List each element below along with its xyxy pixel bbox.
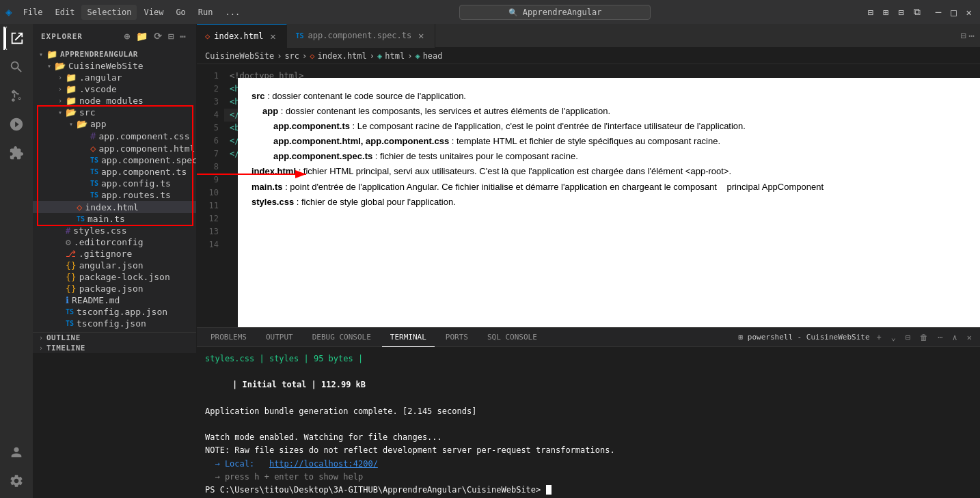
tree-item-editorconfig[interactable]: ⚙ .editorconfig <box>33 236 196 248</box>
terminal-output[interactable]: styles.css | styles | 95 bytes | | Initi… <box>197 347 980 498</box>
tree-outline[interactable]: › OUTLINE <box>33 332 196 343</box>
tree-item-package-lock-json[interactable]: {} package-lock.json <box>33 271 196 283</box>
activity-settings-icon[interactable] <box>5 469 28 493</box>
activity-search-icon[interactable] <box>5 55 28 79</box>
tree-item-angular-json[interactable]: {} angular.json <box>33 260 196 271</box>
tree-item-app-component-spec-ts[interactable]: TS app.component.spec.ts <box>33 154 196 166</box>
tooltip-bold-component-spec: app.component.spec.ts <box>273 151 372 161</box>
minimize-icon[interactable]: ─ <box>933 7 944 18</box>
tab-index-html[interactable]: ◇ index.html ✕ <box>197 24 287 48</box>
root-folder-label: APPRENDREANGULAR <box>60 50 138 59</box>
refresh-icon[interactable]: ⟳ <box>152 29 164 43</box>
breadcrumb-src[interactable]: src <box>284 51 299 61</box>
tree-item-readme[interactable]: ℹ README.md <box>33 294 196 306</box>
panel-tab-terminal[interactable]: TERMINAL <box>382 328 435 347</box>
tree-item-index-html[interactable]: ◇ index.html <box>33 201 196 213</box>
activity-run-debug-icon[interactable] <box>5 113 28 136</box>
panel-tab-output[interactable]: OUTPUT <box>258 328 301 347</box>
tree-item-app-component-css[interactable]: # app.component.css <box>33 130 196 142</box>
terminal-line-bundle-complete: Application bundle generation complete. … <box>205 405 972 418</box>
trash-icon[interactable]: 🗑 <box>917 331 931 344</box>
tree-item-src[interactable]: ▾ 📂 src <box>33 107 196 118</box>
panel-expand-icon[interactable]: ∧ <box>950 331 960 344</box>
vscode-logo-icon: ◈ <box>5 5 12 18</box>
breadcrumb-html[interactable]: html <box>385 51 405 61</box>
tab-app-component-spec[interactable]: TS app.component.spec.ts ✕ <box>287 24 435 48</box>
tree-item-app[interactable]: ▾ 📂 app <box>33 118 196 130</box>
menu-run[interactable]: Run <box>193 5 219 20</box>
more-actions-icon[interactable]: ⋯ <box>179 29 188 43</box>
tree-item-cuisinewebsite[interactable]: ▾ 📂 CuisineWebSite <box>33 60 196 72</box>
panel-more-icon[interactable]: ⋯ <box>935 331 945 344</box>
activity-source-control-icon[interactable] <box>5 84 28 107</box>
layout-icon-4[interactable]: ⧉ <box>911 6 923 18</box>
folder-open-icon: 📂 <box>55 61 66 71</box>
layout-icon-1[interactable]: ⊟ <box>865 7 875 18</box>
tree-item-app-routes-ts[interactable]: TS app.routes.ts <box>33 189 196 201</box>
panel-tab-problems[interactable]: PROBLEMS <box>202 328 255 347</box>
tree-item-app-config-ts[interactable]: TS app.config.ts <box>33 178 196 189</box>
readme-file-icon: ℹ <box>66 295 69 305</box>
terminal-dropdown-icon[interactable]: ⌄ <box>888 331 899 344</box>
breadcrumb-index-html[interactable]: index.html <box>318 51 367 61</box>
chevron-down-icon: ▾ <box>55 109 66 116</box>
terminal-instance-label: ⊞ powershell - CuisineWebSite <box>739 333 870 342</box>
file-label: tsconfig.json <box>77 318 146 329</box>
menu-more[interactable]: ... <box>220 5 246 20</box>
activity-explorer-icon[interactable] <box>5 27 28 50</box>
split-terminal-icon[interactable]: ⊟ <box>903 331 913 344</box>
activity-extensions-icon[interactable] <box>5 141 28 165</box>
panel-tab-sql-console[interactable]: SQL CONSOLE <box>479 328 545 347</box>
menu-go[interactable]: Go <box>170 5 191 20</box>
new-file-icon[interactable]: ⊕ <box>123 29 132 43</box>
tree-item-angular[interactable]: › 📁 .angular <box>33 72 196 83</box>
new-terminal-icon[interactable]: + <box>874 331 884 344</box>
tab-close-button-2[interactable]: ✕ <box>416 30 426 41</box>
panel-tab-debug-console[interactable]: DEBUG CONSOLE <box>304 328 379 347</box>
collapse-all-icon[interactable]: ⊟ <box>167 29 176 43</box>
tree-item-node-modules[interactable]: › 📁 node_modules <box>33 95 196 107</box>
menu-view[interactable]: View <box>138 5 169 20</box>
tree-item-gitignore[interactable]: ⎇ .gitignore <box>33 248 196 260</box>
tooltip-bold-app: app <box>262 106 278 116</box>
more-tabs-icon[interactable]: ⋯ <box>969 30 975 41</box>
folder-icon: 📁 <box>66 96 77 106</box>
search-bar[interactable]: 🔍 ApprendreAngular <box>459 5 651 20</box>
menu-file[interactable]: File <box>18 5 49 20</box>
tree-item-tsconfig-json[interactable]: TS tsconfig.json <box>33 318 196 329</box>
html-tag-icon: ◈ <box>377 51 382 61</box>
editor-area: ◇ index.html ✕ TS app.component.spec.ts … <box>197 24 980 327</box>
tree-root-folder[interactable]: ▾ 📁 APPRENDREANGULAR <box>33 49 196 60</box>
tree-item-package-json[interactable]: {} package.json <box>33 283 196 294</box>
tree-item-app-component-html[interactable]: ◇ app.component.html <box>33 142 196 154</box>
tab-label: index.html <box>214 31 263 41</box>
panel-tab-ports[interactable]: PORTS <box>437 328 476 347</box>
tree-item-styles-css[interactable]: # styles.css <box>33 225 196 236</box>
terminal-line-watch-mode: Watch mode enabled. Watching for file ch… <box>205 431 972 444</box>
activity-account-icon[interactable] <box>5 441 28 464</box>
menu-edit[interactable]: Edit <box>50 5 81 20</box>
chevron-down-icon: ▾ <box>44 62 55 70</box>
tree-item-main-ts[interactable]: TS main.ts <box>33 213 196 225</box>
tree-item-tsconfig-app-json[interactable]: TS tsconfig.app.json <box>33 306 196 318</box>
terminal-line-help: → press h + enter to show help <box>205 471 972 484</box>
breadcrumb-cuisinewebsite[interactable]: CuisineWebSite <box>205 51 274 61</box>
split-editor-icon[interactable]: ⊟ <box>960 30 966 41</box>
tooltip-line-component-html-css: app.component.html, app.component.css : … <box>273 134 966 149</box>
file-label: index.html <box>85 202 138 212</box>
new-folder-icon[interactable]: 📁 <box>135 29 150 43</box>
tree-timeline[interactable]: › TIMELINE <box>33 343 196 353</box>
tree-item-vscode[interactable]: › 📁 .vscode <box>33 83 196 95</box>
layout-icon-3[interactable]: ⊟ <box>895 7 906 18</box>
tooltip-line-component-ts: app.component.ts : Le composant racine d… <box>273 119 966 134</box>
panel-close-icon[interactable]: ✕ <box>964 331 975 344</box>
breadcrumb-head[interactable]: head <box>423 51 443 61</box>
menu-selection[interactable]: Selection <box>81 5 137 20</box>
tree-item-app-component-ts[interactable]: TS app.component.ts <box>33 166 196 178</box>
file-label: app.component.html <box>98 143 195 154</box>
sidebar: EXPLORER ⊕ 📁 ⟳ ⊟ ⋯ ▾ 📁 APPRENDREANGULAR <box>33 24 197 353</box>
layout-icon-2[interactable]: ⊞ <box>880 7 891 18</box>
close-icon[interactable]: ✕ <box>964 7 975 18</box>
maximize-icon[interactable]: □ <box>948 7 959 18</box>
tab-close-button[interactable]: ✕ <box>267 31 278 42</box>
